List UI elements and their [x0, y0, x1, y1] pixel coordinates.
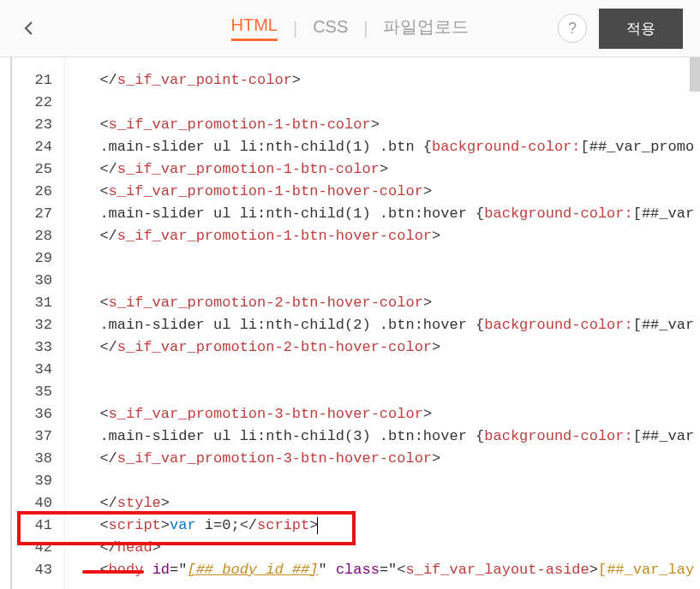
- code-line[interactable]: <body id="[##_body_id_##]" class="<s_if_…: [65, 559, 700, 581]
- line-number: 24: [12, 136, 52, 158]
- line-number: 22: [12, 92, 52, 114]
- code-line[interactable]: </s_if_var_promotion-1-btn-color>: [65, 158, 700, 181]
- line-number: 23: [12, 114, 52, 136]
- line-number: 39: [12, 470, 52, 492]
- editor-header: HTML | CSS | 파일업로드 ? 적용: [0, 0, 700, 57]
- tab-separator: |: [363, 19, 368, 39]
- tab-css[interactable]: CSS: [313, 17, 348, 40]
- line-number: 42: [12, 537, 52, 559]
- help-button[interactable]: ?: [558, 14, 587, 43]
- line-number: 27: [12, 203, 52, 225]
- line-number: 28: [12, 225, 52, 247]
- vertical-scrollbar[interactable]: [690, 57, 700, 92]
- line-number: 36: [12, 403, 52, 425]
- line-number: 34: [12, 359, 52, 381]
- code-line[interactable]: </head>: [65, 537, 700, 559]
- apply-button[interactable]: 적용: [599, 9, 683, 49]
- code-line[interactable]: .main-slider ul li:nth-child(3) .btn:hov…: [65, 425, 700, 448]
- code-line[interactable]: </s_if_var_point-color>: [65, 69, 700, 92]
- code-line[interactable]: [65, 470, 700, 492]
- code-line[interactable]: <s_if_var_promotion-1-btn-hover-color>: [65, 181, 700, 203]
- code-line[interactable]: </style>: [65, 492, 700, 515]
- code-line[interactable]: </s_if_var_promotion-2-btn-hover-color>: [65, 336, 700, 359]
- line-number: 32: [12, 314, 52, 336]
- code-line[interactable]: <s_if_var_promotion-2-btn-hover-color>: [65, 292, 700, 314]
- code-line[interactable]: [65, 359, 700, 381]
- code-line[interactable]: [65, 381, 700, 403]
- text-cursor: [317, 517, 318, 534]
- line-number: 33: [12, 336, 52, 359]
- tab-html[interactable]: HTML: [231, 15, 278, 41]
- line-number: 38: [12, 448, 52, 470]
- line-number-gutter: 2122232425262728293031323334353637383940…: [12, 57, 65, 589]
- code-line[interactable]: [65, 247, 700, 270]
- code-editor[interactable]: 2122232425262728293031323334353637383940…: [10, 57, 700, 589]
- line-number: 26: [12, 181, 52, 203]
- code-line[interactable]: .main-slider ul li:nth-child(2) .btn:hov…: [65, 314, 700, 336]
- tab-file-upload[interactable]: 파일업로드: [383, 15, 469, 42]
- back-arrow-icon: [20, 18, 40, 39]
- line-number: 40: [12, 492, 52, 515]
- code-line[interactable]: <s_if_var_promotion-3-btn-hover-color>: [65, 403, 700, 425]
- line-number: 37: [12, 425, 52, 448]
- code-line[interactable]: </s_if_var_promotion-1-btn-hover-color>: [65, 225, 700, 247]
- tab-separator: |: [293, 19, 297, 39]
- header-right-controls: ? 적용: [558, 9, 683, 49]
- code-line[interactable]: <script>var i=0;</script>: [65, 515, 700, 537]
- back-button[interactable]: [17, 15, 43, 41]
- line-number: 30: [12, 270, 52, 292]
- code-line[interactable]: </s_if_var_promotion-3-btn-hover-color>: [65, 448, 700, 470]
- code-line[interactable]: .main-slider ul li:nth-child(1) .btn:hov…: [65, 203, 700, 225]
- line-number: 41: [12, 515, 52, 537]
- tab-bar: HTML | CSS | 파일업로드: [231, 15, 470, 42]
- code-area[interactable]: </s_if_var_point-color> <s_if_var_promot…: [65, 57, 700, 589]
- line-number: 35: [12, 381, 52, 403]
- code-line[interactable]: .main-slider ul li:nth-child(1) .btn {ba…: [65, 136, 700, 158]
- line-number: 21: [12, 69, 52, 92]
- line-number: 31: [12, 292, 52, 314]
- line-number: 29: [12, 247, 52, 270]
- code-line[interactable]: [65, 270, 700, 292]
- line-number: 25: [12, 158, 52, 181]
- code-line[interactable]: <s_if_var_promotion-1-btn-color>: [65, 114, 700, 136]
- code-line[interactable]: [65, 92, 700, 114]
- line-number: 43: [12, 559, 52, 581]
